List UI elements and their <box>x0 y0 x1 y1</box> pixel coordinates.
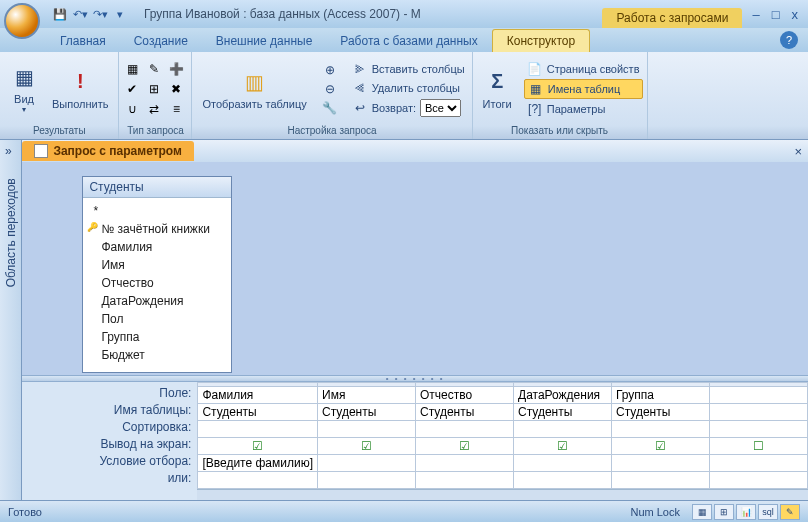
parameters-button[interactable]: [?]Параметры <box>524 100 643 118</box>
grid-cell[interactable]: Фамилия <box>198 387 318 404</box>
property-sheet-button[interactable]: 📄Страница свойств <box>524 60 643 78</box>
grid-cell[interactable]: [Введите фамилию] <box>198 455 318 472</box>
grid-cell[interactable]: Студенты <box>318 404 416 421</box>
navigation-pane[interactable]: » Область переходов <box>0 140 22 500</box>
show-table-icon: ▥ <box>241 68 269 96</box>
field-item[interactable]: Группа <box>89 328 225 346</box>
workspace: » Область переходов Запрос с параметром … <box>0 140 808 500</box>
show-checkbox[interactable]: ☑ <box>318 438 416 455</box>
view-datasheet-icon[interactable]: ▦ <box>692 504 712 520</box>
view-design-icon[interactable]: ✎ <box>780 504 800 520</box>
pane-splitter[interactable]: • • • • • • • <box>22 375 808 382</box>
view-chart-icon[interactable]: 📊 <box>736 504 756 520</box>
append-icon[interactable]: ➕ <box>167 60 185 78</box>
row-label-criteria: Условие отбора: <box>22 453 197 470</box>
insert-columns-button[interactable]: ⫸Вставить столбцы <box>349 60 468 78</box>
delete-rows-button[interactable]: ⊖ <box>319 80 341 98</box>
redo-icon[interactable]: ↷▾ <box>92 6 108 22</box>
grid-cell[interactable] <box>318 455 416 472</box>
tab-close-icon[interactable]: × <box>794 144 802 159</box>
table-names-button[interactable]: ▦Имена таблиц <box>524 79 643 99</box>
grid-cell[interactable]: Студенты <box>416 404 514 421</box>
tab-db-tools[interactable]: Работа с базами данных <box>326 30 491 52</box>
group-query-setup: ▥ Отобразить таблицу ⊕ ⊖ 🔧 ⫸Вставить сто… <box>192 52 472 139</box>
close-button[interactable]: x <box>792 7 799 22</box>
help-icon[interactable]: ? <box>780 31 798 49</box>
view-sql-icon[interactable]: sql <box>758 504 778 520</box>
grid-cell[interactable] <box>710 404 808 421</box>
tab-create[interactable]: Создание <box>120 30 202 52</box>
save-icon[interactable]: 💾 <box>52 6 68 22</box>
show-table-button[interactable]: ▥ Отобразить таблицу <box>196 66 312 112</box>
builder-button[interactable]: 🔧 <box>319 99 341 117</box>
show-checkbox[interactable]: ☑ <box>612 438 710 455</box>
tab-design[interactable]: Конструктор <box>492 29 590 52</box>
grid-row-criteria: [Введите фамилию] <box>198 455 808 472</box>
totals-button[interactable]: Σ Итоги <box>477 66 518 112</box>
object-tabs: Запрос с параметром × <box>22 140 808 162</box>
row-label-field: Поле: <box>22 385 197 402</box>
field-pk[interactable]: № зачётной книжки <box>89 220 225 238</box>
delete-cols-icon: ⫷ <box>352 80 368 96</box>
grid-cell[interactable]: Студенты <box>514 404 612 421</box>
grid-row-labels: Поле: Имя таблицы: Сортировка: Вывод на … <box>22 382 197 500</box>
union-icon[interactable]: ∪ <box>123 100 141 118</box>
maximize-button[interactable]: □ <box>772 7 780 22</box>
builder-icon: 🔧 <box>322 100 338 116</box>
delete-query-icon[interactable]: ✖ <box>167 80 185 98</box>
grid-cell[interactable]: ДатаРождения <box>514 387 612 404</box>
field-item[interactable]: Имя <box>89 256 225 274</box>
field-item[interactable]: Пол <box>89 310 225 328</box>
table-fields: * № зачётной книжки Фамилия Имя Отчество… <box>83 198 231 372</box>
navpane-toggle-icon[interactable]: » <box>5 144 12 158</box>
field-star[interactable]: * <box>89 202 225 220</box>
grid-cell[interactable] <box>198 421 318 438</box>
query-tab[interactable]: Запрос с параметром <box>22 141 194 161</box>
select-query-icon[interactable]: ▦ <box>123 60 141 78</box>
show-checkbox[interactable]: ☐ <box>710 438 808 455</box>
insert-rows-button[interactable]: ⊕ <box>319 61 341 79</box>
view-pivot-icon[interactable]: ⊞ <box>714 504 734 520</box>
field-item[interactable]: ДатаРождения <box>89 292 225 310</box>
query-grid[interactable]: Фамилия Имя Отчество ДатаРождения Группа… <box>197 382 808 489</box>
run-button[interactable]: ! Выполнить <box>46 66 114 112</box>
crosstab-icon[interactable]: ⊞ <box>145 80 163 98</box>
update-icon[interactable]: ✔ <box>123 80 141 98</box>
passthrough-icon[interactable]: ⇄ <box>145 100 163 118</box>
tab-home[interactable]: Главная <box>46 30 120 52</box>
datadef-icon[interactable]: ≡ <box>167 100 185 118</box>
office-button[interactable] <box>4 3 40 39</box>
grid-scroll[interactable]: Фамилия Имя Отчество ДатаРождения Группа… <box>197 382 808 500</box>
make-table-icon[interactable]: ✎ <box>145 60 163 78</box>
horizontal-scrollbar[interactable] <box>197 489 808 500</box>
tab-external-data[interactable]: Внешние данные <box>202 30 327 52</box>
grid-cell[interactable] <box>710 387 808 404</box>
grid-cell[interactable]: Группа <box>612 387 710 404</box>
group-label-results: Результаты <box>4 123 114 137</box>
show-checkbox[interactable]: ☑ <box>416 438 514 455</box>
grid-cell[interactable]: Студенты <box>198 404 318 421</box>
sigma-icon: Σ <box>483 68 511 96</box>
field-item[interactable]: Бюджет <box>89 346 225 364</box>
show-checkbox[interactable]: ☑ <box>198 438 318 455</box>
grid-cell[interactable]: Имя <box>318 387 416 404</box>
grid-row-show: ☑ ☑ ☑ ☑ ☑ ☐ <box>198 438 808 455</box>
field-item[interactable]: Фамилия <box>89 238 225 256</box>
grid-cell[interactable]: Отчество <box>416 387 514 404</box>
delete-columns-button[interactable]: ⫷Удалить столбцы <box>349 79 468 97</box>
group-results: ▦ Вид▾ ! Выполнить Результаты <box>0 52 119 139</box>
qat-customize-icon[interactable]: ▾ <box>112 6 128 22</box>
context-tab-header: Работа с запросами <box>602 8 742 28</box>
view-button[interactable]: ▦ Вид▾ <box>4 61 44 116</box>
group-totals-showhide: Σ Итоги 📄Страница свойств ▦Имена таблиц … <box>473 52 648 139</box>
show-checkbox[interactable]: ☑ <box>514 438 612 455</box>
field-item[interactable]: Отчество <box>89 274 225 292</box>
grid-cell[interactable]: Студенты <box>612 404 710 421</box>
table-field-list[interactable]: Студенты * № зачётной книжки Фамилия Имя… <box>82 176 232 373</box>
design-upper-pane[interactable]: Студенты * № зачётной книжки Фамилия Имя… <box>22 162 808 375</box>
undo-icon[interactable]: ↶▾ <box>72 6 88 22</box>
minimize-button[interactable]: – <box>752 7 759 22</box>
return-select[interactable]: Все <box>420 99 461 117</box>
row-label-or: или: <box>22 470 197 487</box>
table-names-icon: ▦ <box>528 81 544 97</box>
